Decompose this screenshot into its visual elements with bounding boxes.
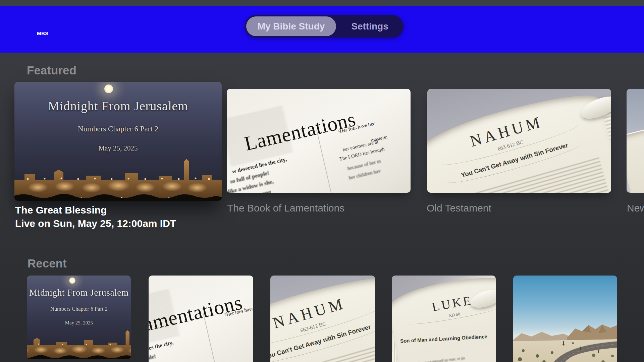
featured-label-new-testament: New [627,202,644,214]
book-page: NAHUM 663-612 BC You Can't Get Away with… [427,89,611,193]
featured-card-old-testament[interactable]: NAHUM 663-612 BC You Can't Get Away with… [427,89,611,193]
book-page: NAHUM 663-612 BC You Can't Get Away with… [270,276,375,362]
recent-card-desert-road[interactable] [513,276,617,362]
featured-card-great-blessing[interactable]: Midnight From Jerusalem Numbers Chapter … [14,82,222,201]
featured-label-old-testament: Old Testament [427,202,491,214]
jerusalem-night-image: Midnight From Jerusalem Numbers Chapter … [27,276,131,359]
nahum-page-image: NAHUM 663-612 BC You Can't Get Away with… [427,89,611,193]
moon-icon [69,278,75,284]
photo-vignette [149,276,253,362]
recent-card-jerusalem[interactable]: Midnight From Jerusalem Numbers Chapter … [27,276,131,359]
app-header: MBS My Bible Study Settings [0,6,644,53]
jerusalem-night-image: Midnight From Jerusalem Numbers Chapter … [14,82,222,201]
featured-selected-subtitle: Live on Sun, May 25, 12:00am IDT [15,218,176,229]
luke-page-image: LUKE AD 60 Son of Man and Learning Obedi… [392,276,496,362]
new-testament-page-image [627,89,644,193]
featured-selected-title: The Great Blessing [15,204,107,216]
city-wall-illustration [14,156,222,201]
moon-icon [104,84,113,93]
nahum-page-image: NAHUM 663-612 BC You Can't Get Away with… [270,276,375,362]
featured-card-lamentations[interactable]: Lamentations w deserted lies the city, s… [227,89,411,193]
recent-heading: Recent [28,257,67,270]
tab-my-bible-study[interactable]: My Bible Study [246,16,336,36]
tv-app-screen: MBS My Bible Study Settings Featured Mid… [0,0,644,362]
image-subtitle: Numbers Chapter 6 Part 2 [27,306,131,312]
featured-heading: Featured [27,64,76,77]
image-title: Midnight From Jerusalem [14,99,222,113]
featured-label-lamentations: The Book of Lamentations [227,202,344,214]
book-page: LUKE AD 60 [392,276,496,362]
tab-my-bible-study-label: My Bible Study [258,21,325,32]
image-subtitle: Numbers Chapter 6 Part 2 [14,125,222,133]
window-chrome-strip [0,0,644,6]
book-page [627,89,644,193]
recent-card-nahum[interactable]: NAHUM 663-612 BC You Can't Get Away with… [270,276,375,362]
desert-road-image [513,276,617,362]
image-title: Midnight From Jerusalem [27,288,131,298]
lamentations-page-image: Lamentations w deserted lies the city, s… [149,276,253,362]
image-date: May 25, 2025 [14,144,222,153]
desert-illustration [513,276,617,362]
city-wall-illustration [27,328,131,359]
tab-settings[interactable]: Settings [336,15,404,38]
lamentations-page-image: Lamentations w deserted lies the city, s… [227,89,411,193]
app-logo: MBS [37,31,49,36]
featured-card-new-testament[interactable] [627,89,644,193]
tab-settings-label: Settings [351,21,388,32]
recent-card-lamentations[interactable]: Lamentations w deserted lies the city, s… [149,276,253,362]
photo-vignette [227,89,411,193]
tab-bar: My Bible Study Settings [245,15,404,38]
recent-card-luke[interactable]: LUKE AD 60 Son of Man and Learning Obedi… [392,276,496,362]
image-date: May 25, 2025 [27,320,131,326]
